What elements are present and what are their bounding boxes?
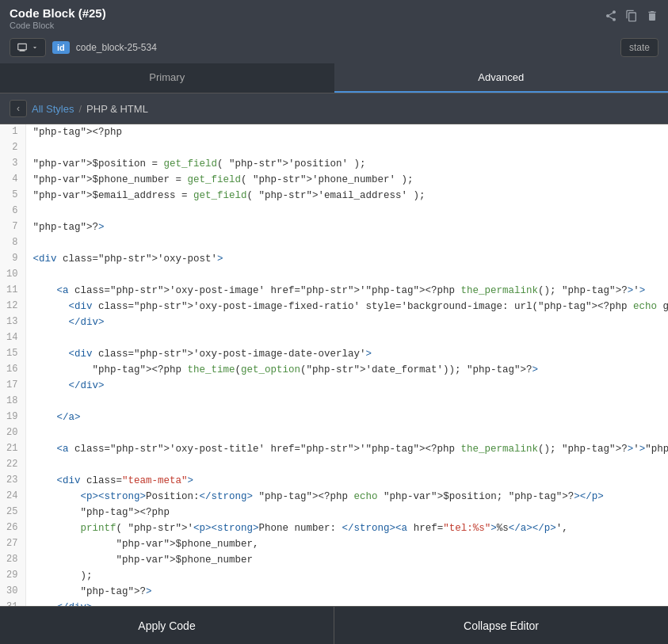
line-number: 6 bbox=[0, 204, 26, 219]
table-row: 10 bbox=[0, 267, 668, 283]
line-code: "php-tag">?> bbox=[26, 584, 668, 600]
table-row: 19 </a> bbox=[0, 410, 668, 425]
line-number: 24 bbox=[0, 489, 26, 505]
line-code bbox=[26, 235, 668, 251]
line-code: "php-var">$phone_number bbox=[26, 552, 668, 568]
line-number: 15 bbox=[0, 346, 26, 362]
line-number: 31 bbox=[0, 600, 26, 606]
line-number: 7 bbox=[0, 219, 26, 235]
line-code: </a> bbox=[26, 410, 668, 425]
table-row: 20 bbox=[0, 425, 668, 441]
line-code: "php-var">$phone_number, bbox=[26, 536, 668, 552]
table-row: 3"php-var">$position = get_field( "php-s… bbox=[0, 156, 668, 172]
state-button[interactable]: state bbox=[620, 38, 658, 57]
table-row: 23 <div class="team-meta"> bbox=[0, 473, 668, 489]
line-code: <div class="php-str">'oxy-post'> bbox=[26, 251, 668, 267]
line-number: 30 bbox=[0, 584, 26, 600]
table-row: 12 <div class="php-str">'oxy-post-image-… bbox=[0, 299, 668, 314]
line-code bbox=[26, 425, 668, 441]
table-row: 28 "php-var">$phone_number bbox=[0, 552, 668, 568]
code-editor[interactable]: 1"php-tag"><?php2 3"php-var">$position =… bbox=[0, 124, 668, 606]
table-row: 9<div class="php-str">'oxy-post'> bbox=[0, 251, 668, 267]
table-row: 17 </div> bbox=[0, 378, 668, 394]
line-code: printf( "php-str">'<p><strong>Phone numb… bbox=[26, 520, 668, 536]
line-code bbox=[26, 330, 668, 346]
breadcrumb-separator: / bbox=[78, 103, 82, 115]
table-row: 8 bbox=[0, 235, 668, 251]
line-number: 13 bbox=[0, 314, 26, 330]
line-number: 21 bbox=[0, 441, 26, 457]
line-code: <div class="php-str">'oxy-post-image-fix… bbox=[26, 299, 668, 314]
trash-icon[interactable] bbox=[646, 10, 658, 25]
table-row: 31 </div> bbox=[0, 600, 668, 606]
line-number: 14 bbox=[0, 330, 26, 346]
line-number: 23 bbox=[0, 473, 26, 489]
line-number: 22 bbox=[0, 457, 26, 473]
table-row: 6 bbox=[0, 204, 668, 219]
line-code bbox=[26, 204, 668, 219]
line-number: 10 bbox=[0, 267, 26, 283]
header: Code Block (#25) Code Block bbox=[0, 0, 668, 33]
table-row: 21 <a class="php-str">'oxy-post-title' h… bbox=[0, 441, 668, 457]
line-code: <a class="php-str">'oxy-post-image' href… bbox=[26, 283, 668, 299]
line-code bbox=[26, 394, 668, 410]
id-badge: id bbox=[52, 41, 70, 54]
table-row: 30 "php-tag">?> bbox=[0, 584, 668, 600]
line-code: ); bbox=[26, 568, 668, 584]
line-number: 8 bbox=[0, 235, 26, 251]
table-row: 5"php-var">$email_address = get_field( "… bbox=[0, 188, 668, 204]
table-row: 1"php-tag"><?php bbox=[0, 124, 668, 140]
share-icon[interactable] bbox=[605, 10, 617, 25]
collapse-editor-button[interactable]: Collapse Editor bbox=[334, 607, 668, 644]
line-number: 4 bbox=[0, 172, 26, 188]
line-number: 18 bbox=[0, 394, 26, 410]
line-number: 16 bbox=[0, 362, 26, 378]
tab-primary[interactable]: Primary bbox=[0, 63, 334, 93]
line-number: 25 bbox=[0, 505, 26, 520]
line-number: 20 bbox=[0, 425, 26, 441]
line-code: </div> bbox=[26, 600, 668, 606]
breadcrumb: ‹ All Styles / PHP & HTML bbox=[0, 93, 668, 124]
line-code: "php-var">$email_address = get_field( "p… bbox=[26, 188, 668, 204]
duplicate-icon[interactable] bbox=[625, 10, 638, 25]
breadcrumb-parent[interactable]: All Styles bbox=[32, 103, 74, 115]
tab-advanced[interactable]: Advanced bbox=[334, 63, 669, 93]
page-title: Code Block (#25) bbox=[10, 6, 106, 20]
line-code bbox=[26, 267, 668, 283]
toolbar: id code_block-25-534 state bbox=[0, 33, 668, 63]
line-number: 26 bbox=[0, 520, 26, 536]
app-container: Code Block (#25) Code Block bbox=[0, 0, 668, 644]
line-number: 1 bbox=[0, 124, 26, 140]
table-row: 2 bbox=[0, 140, 668, 156]
table-row: 16 "php-tag"><?php the_time(get_option("… bbox=[0, 362, 668, 378]
line-number: 5 bbox=[0, 188, 26, 204]
line-code: "php-tag">?> bbox=[26, 219, 668, 235]
table-row: 4"php-var">$phone_number = get_field( "p… bbox=[0, 172, 668, 188]
apply-code-button[interactable]: Apply Code bbox=[0, 607, 334, 644]
line-code bbox=[26, 457, 668, 473]
footer: Apply Code Collapse Editor bbox=[0, 606, 668, 644]
line-number: 9 bbox=[0, 251, 26, 267]
table-row: 18 bbox=[0, 394, 668, 410]
table-row: 15 <div class="php-str">'oxy-post-image-… bbox=[0, 346, 668, 362]
table-row: 25 "php-tag"><?php bbox=[0, 505, 668, 520]
table-row: 7"php-tag">?> bbox=[0, 219, 668, 235]
breadcrumb-current: PHP & HTML bbox=[86, 103, 148, 115]
line-number: 2 bbox=[0, 140, 26, 156]
line-code: "php-tag"><?php bbox=[26, 505, 668, 520]
line-code: "php-var">$phone_number = get_field( "ph… bbox=[26, 172, 668, 188]
table-row: 22 bbox=[0, 457, 668, 473]
line-number: 3 bbox=[0, 156, 26, 172]
line-code: <a class="php-str">'oxy-post-title' href… bbox=[26, 441, 668, 457]
table-row: 26 printf( "php-str">'<p><strong>Phone n… bbox=[0, 520, 668, 536]
device-selector[interactable] bbox=[10, 38, 46, 57]
line-number: 29 bbox=[0, 568, 26, 584]
line-code bbox=[26, 140, 668, 156]
table-row: 27 "php-var">$phone_number, bbox=[0, 536, 668, 552]
line-code: "php-var">$position = get_field( "php-st… bbox=[26, 156, 668, 172]
line-number: 17 bbox=[0, 378, 26, 394]
line-number: 28 bbox=[0, 552, 26, 568]
table-row: 14 bbox=[0, 330, 668, 346]
table-row: 13 </div> bbox=[0, 314, 668, 330]
breadcrumb-back-button[interactable]: ‹ bbox=[10, 100, 27, 117]
